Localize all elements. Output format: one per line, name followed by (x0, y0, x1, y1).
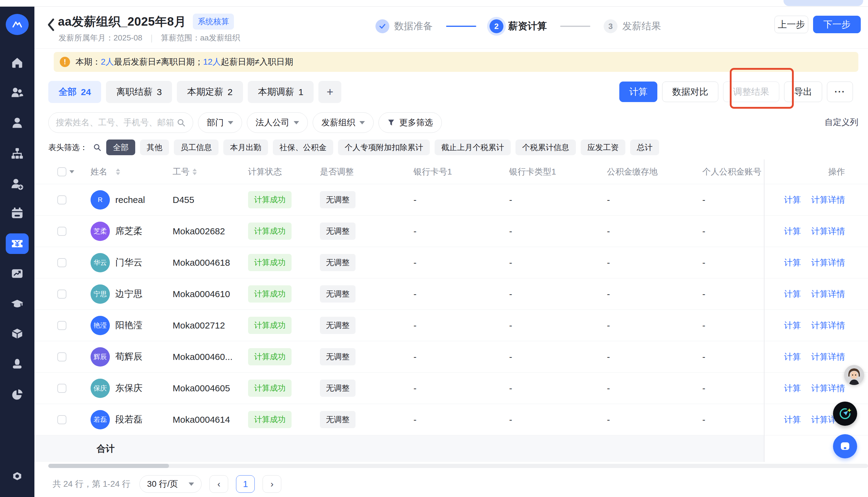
row-checkbox[interactable] (57, 227, 67, 236)
search-icon[interactable] (93, 143, 101, 152)
row-calc-detail-link[interactable]: 计算详情 (811, 257, 845, 268)
calc-status-badge: 计算成功 (248, 348, 291, 365)
horizontal-scrollbar-thumb[interactable] (48, 464, 169, 468)
header-filter-chip-社保、公积金[interactable]: 社保、公积金 (273, 140, 333, 155)
sidebar-item-package[interactable] (8, 324, 27, 344)
row-calc-link[interactable]: 计算 (784, 414, 801, 425)
sidebar-item-person[interactable] (8, 113, 27, 132)
prev-page-button[interactable]: ‹ (209, 475, 228, 493)
row-checkbox[interactable] (57, 352, 67, 361)
tab-count: 2 (228, 87, 233, 97)
back-button[interactable] (45, 17, 57, 33)
sort-icon[interactable] (192, 169, 197, 175)
table-row: 华云门华云Moka0004618计算成功无调整----计算计算详情 (34, 247, 868, 279)
search-icon (176, 118, 186, 127)
sidebar-item-performance[interactable] (8, 264, 27, 283)
row-calc-detail-link[interactable]: 计算详情 (811, 226, 845, 237)
row-checkbox[interactable] (57, 195, 67, 204)
header-filter-chip-个人专项附加扣除累计[interactable]: 个人专项附加扣除累计 (338, 140, 430, 155)
customize-columns-button[interactable]: 自定义列 (825, 116, 858, 128)
row-checkbox[interactable] (57, 258, 67, 267)
fund-city: - (596, 289, 693, 299)
row-checkbox[interactable] (57, 321, 67, 330)
fund-city: - (596, 352, 693, 362)
ai-assistant-button[interactable] (833, 401, 857, 426)
row-calc-detail-link[interactable]: 计算详情 (811, 320, 845, 331)
sidebar-item-calendar[interactable] (8, 203, 27, 223)
legal-entity-filter[interactable]: 法人公司 (247, 112, 308, 133)
row-calc-link[interactable]: 计算 (784, 194, 801, 205)
pay-org-filter[interactable]: 发薪组织 (313, 112, 374, 133)
row-calc-detail-link[interactable]: 计算详情 (811, 383, 845, 394)
sidebar-item-learning[interactable] (8, 294, 27, 314)
row-calc-detail-link[interactable]: 计算详情 (811, 194, 845, 205)
current-page-button[interactable]: 1 (236, 475, 255, 493)
assistant-avatar[interactable] (844, 365, 864, 385)
avatar: 若磊 (90, 410, 110, 429)
select-all-checkbox[interactable] (57, 167, 67, 176)
chevron-down-icon (189, 483, 194, 486)
fund-city: - (596, 321, 693, 331)
header-filter-chip-本月出勤[interactable]: 本月出勤 (223, 140, 268, 155)
calculate-button[interactable]: 计算 (619, 82, 657, 102)
sidebar-item-home[interactable] (8, 53, 27, 72)
row-checkbox[interactable] (57, 384, 67, 393)
page-size-select[interactable]: 30 行/页 (140, 475, 202, 493)
next-page-button[interactable]: › (263, 475, 281, 493)
page-title: aa发薪组织_2025年8月 (58, 13, 186, 30)
sidebar-item-org[interactable] (8, 144, 27, 163)
fund-city: - (596, 258, 693, 268)
sidebar-item-settings[interactable] (8, 467, 27, 486)
employee-id: Moka0004610 (169, 289, 244, 299)
more-filters-button[interactable]: 更多筛选 (378, 112, 442, 133)
search-input[interactable] (56, 118, 176, 127)
employee-table: 姓名 工号 计算状态 是否调整 银行卡号1 银行卡类型1 公积金缴存地 个人公积… (34, 159, 868, 436)
row-calc-link[interactable]: 计算 (784, 288, 801, 300)
row-calc-detail-link[interactable]: 计算详情 (811, 351, 845, 363)
sidebar-item-people[interactable] (8, 83, 27, 102)
row-calc-detail-link[interactable]: 计算详情 (811, 288, 845, 300)
next-step-button[interactable]: 下一步 (813, 16, 861, 33)
horizontal-scrollbar[interactable] (48, 464, 868, 468)
data-compare-button[interactable]: 数据对比 (662, 82, 718, 102)
sort-icon[interactable] (116, 169, 120, 175)
warning-link-leavers[interactable]: 2人 (101, 56, 114, 68)
row-checkbox[interactable] (57, 415, 67, 424)
tab-离职结薪[interactable]: 离职结薪3 (106, 81, 172, 103)
moka-logo[interactable] (6, 14, 29, 35)
chat-support-button[interactable] (833, 434, 857, 458)
more-actions-button[interactable]: ··· (827, 82, 853, 102)
tab-全部[interactable]: 全部24 (48, 81, 101, 103)
header-filter-chip-应发工资[interactable]: 应发工资 (581, 140, 625, 155)
fund-account: - (693, 195, 764, 205)
row-calc-link[interactable]: 计算 (784, 257, 801, 268)
row-calc-link[interactable]: 计算 (784, 226, 801, 237)
tab-本期调薪[interactable]: 本期调薪1 (248, 81, 314, 103)
row-checkbox[interactable] (57, 289, 67, 299)
sidebar-item-person-add[interactable] (8, 174, 27, 194)
header-filter-chip-其他[interactable]: 其他 (140, 140, 169, 155)
sidebar-item-pie[interactable] (8, 385, 27, 404)
row-calc-link[interactable]: 计算 (784, 383, 801, 394)
header-filter-chip-截止上月个税累计[interactable]: 截止上月个税累计 (435, 140, 511, 155)
export-button[interactable]: 导出 (784, 82, 822, 102)
tab-count: 24 (81, 87, 91, 97)
employee-id: Moka0004614 (169, 415, 244, 425)
header-filter-chip-全部[interactable]: 全部 (106, 140, 135, 155)
tab-本期定薪[interactable]: 本期定薪2 (177, 81, 243, 103)
sidebar-item-payroll[interactable] (6, 233, 29, 254)
department-filter[interactable]: 部门 (198, 112, 242, 133)
warning-link-joiners[interactable]: 12人 (203, 56, 221, 68)
sidebar-item-stamp[interactable] (8, 354, 27, 373)
row-calc-link[interactable]: 计算 (784, 351, 801, 363)
checkbox-menu-caret-icon[interactable] (69, 170, 74, 173)
header-filter-chip-员工信息[interactable]: 员工信息 (174, 140, 218, 155)
employee-id: D455 (169, 195, 244, 205)
header-filter-chip-总计[interactable]: 总计 (630, 140, 659, 155)
header-filter-chip-个税累计信息[interactable]: 个税累计信息 (516, 140, 576, 155)
add-tab-button[interactable]: + (318, 81, 341, 103)
prev-step-button[interactable]: 上一步 (775, 16, 808, 33)
adjust-badge: 无调整 (320, 317, 356, 334)
adjust-result-button[interactable]: 调整结果 (723, 82, 779, 102)
row-calc-link[interactable]: 计算 (784, 320, 801, 331)
